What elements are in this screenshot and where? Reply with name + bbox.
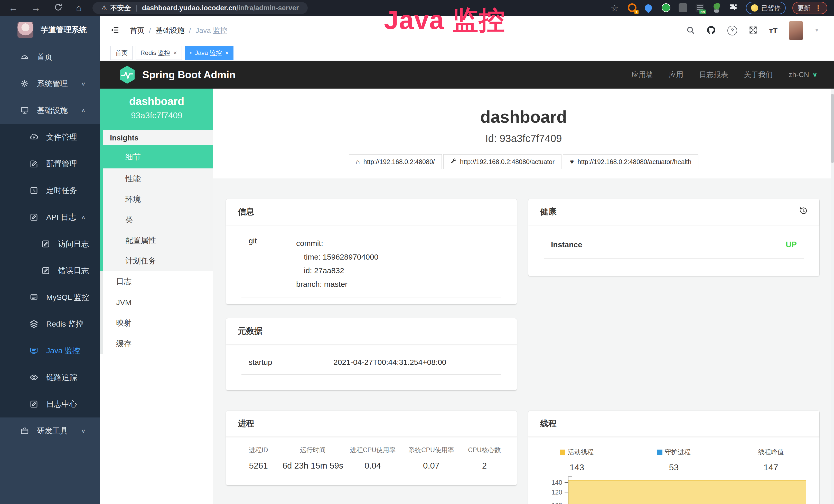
log-edit-icon	[29, 212, 39, 222]
sba-nav-wall[interactable]: 应用墙	[632, 70, 653, 79]
font-size-icon[interactable]: тT	[769, 26, 777, 35]
menu-item-logs[interactable]: 日志	[103, 271, 213, 292]
extension-plant-icon[interactable]	[712, 3, 721, 13]
sidebar-item-api-logs[interactable]: API 日志 ∧	[0, 204, 100, 231]
tab-java-monitor[interactable]: ● Java 监控 ×	[185, 46, 234, 60]
legend-label: 守护进程	[665, 448, 691, 456]
menu-item-caches[interactable]: 缓存	[103, 334, 213, 354]
address-divider: |	[136, 4, 137, 12]
help-icon[interactable]: ?	[727, 26, 737, 36]
sidebar-item-scheduled-jobs[interactable]: 定时任务	[0, 177, 100, 204]
close-icon[interactable]: ×	[225, 49, 228, 56]
address-bar[interactable]: ⚠ 不安全 | dashboard.yudao.iocoder.cn /infr…	[92, 2, 308, 14]
instance-header[interactable]: dashboard 93a3fc7f7409	[100, 89, 213, 130]
sidebar-item-config-management[interactable]: 配置管理	[0, 151, 100, 177]
extension-green-icon[interactable]	[662, 3, 671, 13]
instance-name: dashboard	[100, 95, 213, 108]
browser-actions: ☆ 1 on 已暂停 更新 ⋮	[611, 2, 834, 14]
sidebar-item-tracing[interactable]: 链路追踪	[0, 364, 100, 391]
not-secure-label: 不安全	[110, 3, 131, 13]
page-title: dashboard	[213, 107, 834, 127]
threads-card-header: 线程	[528, 411, 819, 437]
update-browser-button[interactable]: 更新 ⋮	[792, 2, 827, 14]
instance-hero: dashboard Id: 93a3fc7f7409 ⌂ http://192.…	[213, 89, 834, 179]
extensions-puzzle-icon[interactable]	[729, 3, 738, 13]
breadcrumb-home[interactable]: 首页	[130, 26, 144, 36]
content-scrollbar[interactable]	[831, 89, 834, 504]
user-avatar[interactable]	[789, 21, 803, 40]
legend-label: 活动线程	[568, 448, 594, 456]
menu-item-mappings[interactable]: 映射	[103, 313, 213, 334]
home-icon[interactable]: ⌂	[76, 3, 82, 13]
sidebar-item-error-logs[interactable]: 错误日志	[0, 257, 100, 284]
endpoint-health-button[interactable]: ♥ http://192.168.0.2:48080/actuator/heal…	[563, 154, 698, 169]
bookmark-star-icon[interactable]: ☆	[611, 3, 618, 13]
extension-pin-icon[interactable]	[645, 3, 654, 13]
menu-item-metrics[interactable]: 性能	[103, 168, 213, 189]
sidebar-item-home[interactable]: 首页	[0, 44, 100, 70]
github-icon[interactable]	[706, 25, 716, 36]
sidebar-fold-icon[interactable]	[110, 26, 120, 36]
sidebar-item-label: Java 监控	[46, 346, 80, 356]
extension-badge: 1	[634, 10, 639, 14]
sidebar-item-log-center[interactable]: 日志中心	[0, 391, 100, 417]
menu-item-classes[interactable]: 类	[103, 209, 213, 230]
endpoint-actuator-button[interactable]: http://192.168.0.2:48080/actuator	[443, 154, 562, 169]
tab-home[interactable]: 首页	[110, 46, 133, 60]
menu-item-config-props[interactable]: 配置属性	[103, 230, 213, 251]
search-icon[interactable]	[686, 25, 695, 36]
main-sidebar: 芋道管理系统 首页 系统管理 ∨ 基础设施 ∧ 文件管理 配置管理	[0, 16, 100, 504]
sba-brand[interactable]: Spring Boot Admin	[119, 65, 236, 84]
sidebar-item-file-management[interactable]: 文件管理	[0, 124, 100, 151]
scrollbar-thumb[interactable]	[831, 94, 834, 163]
sba-nav-journal[interactable]: 日志报表	[699, 70, 728, 79]
profile-paused-chip[interactable]: 已暂停	[746, 2, 786, 14]
process-card-header: 进程	[226, 411, 517, 437]
sidebar-item-redis-monitor[interactable]: Redis 监控	[0, 311, 100, 337]
ytick-120: 120	[544, 488, 562, 496]
sidebar-item-mysql-monitor[interactable]: MySQL 监控	[0, 284, 100, 311]
caret-down-icon[interactable]: ▼	[814, 28, 819, 33]
sba-nav-about[interactable]: 关于我们	[744, 70, 773, 79]
menu-item-environment[interactable]: 环境	[103, 189, 213, 209]
sidebar-item-infrastructure[interactable]: 基础设施 ∧	[0, 97, 100, 124]
process-table-values: 5261 6d 23h 15m 59s 0.04 0.07 2	[235, 461, 507, 471]
fullscreen-icon[interactable]	[748, 25, 758, 36]
url-host: dashboard.yudao.iocoder.cn	[142, 4, 237, 12]
reload-icon[interactable]	[54, 3, 63, 13]
chevron-down-icon: ∨	[81, 428, 86, 434]
system-cpu-value: 0.07	[401, 461, 461, 471]
locale-label: zh-CN	[789, 71, 809, 79]
menu-item-label: 类	[125, 215, 133, 225]
sidebar-item-system[interactable]: 系统管理 ∨	[0, 70, 100, 97]
history-icon[interactable]	[799, 206, 808, 217]
ytick-mark	[565, 482, 568, 483]
instance-id-line: Id: 93a3fc7f7409	[213, 133, 834, 144]
extension-grid-icon[interactable]	[679, 3, 688, 13]
menu-item-label: 细节	[125, 152, 141, 162]
back-icon[interactable]: ←	[9, 3, 18, 13]
app-logo[interactable]: 芋道管理系统	[0, 16, 100, 44]
menu-item-scheduled-tasks[interactable]: 计划任务	[103, 251, 213, 271]
sba-nav: 应用墙 应用 日志报表 关于我们 zh-CN ∨	[632, 70, 834, 79]
sidebar-item-dev-tools[interactable]: 研发工具 ∨	[0, 417, 100, 444]
sidebar-item-access-logs[interactable]: 访问日志	[0, 231, 100, 257]
sba-locale-select[interactable]: zh-CN ∨	[789, 71, 817, 79]
close-icon[interactable]: ×	[173, 49, 177, 56]
threads-area-chart: 140 120 100	[528, 475, 819, 504]
health-key: Instance	[544, 240, 582, 249]
endpoint-home-button[interactable]: ⌂ http://192.168.0.2:48080/	[349, 154, 442, 169]
menu-item-details[interactable]: 细节	[103, 145, 213, 168]
process-cpu-value: 0.04	[344, 461, 401, 471]
extension-orange-icon[interactable]: 1	[628, 3, 637, 13]
tab-redis-monitor[interactable]: Redis 监控 ×	[136, 46, 182, 60]
menu-item-jvm[interactable]: JVM	[103, 292, 213, 313]
extension-switch-icon[interactable]: on	[696, 4, 704, 12]
forward-icon[interactable]: →	[31, 3, 41, 13]
breadcrumb-infrastructure[interactable]: 基础设施	[156, 26, 184, 36]
eye-icon	[29, 372, 39, 383]
sidebar-item-java-monitor[interactable]: Java 监控	[0, 337, 100, 364]
sba-nav-applications[interactable]: 应用	[669, 70, 683, 79]
browser-menu-icon[interactable]: ⋮	[814, 4, 822, 13]
card-title: 健康	[540, 206, 556, 217]
